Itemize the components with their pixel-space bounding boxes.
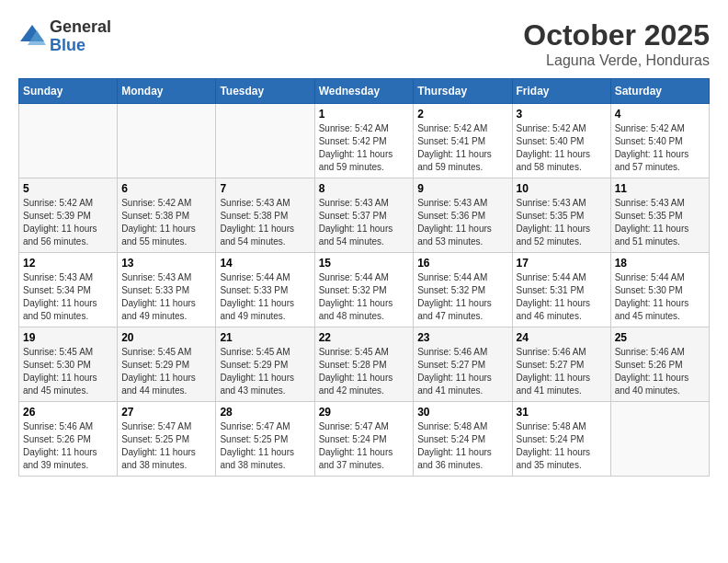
day-info: Sunrise: 5:48 AM Sunset: 5:24 PM Dayligh…	[517, 420, 607, 472]
calendar-cell: 20Sunrise: 5:45 AM Sunset: 5:29 PM Dayli…	[118, 327, 216, 402]
calendar-cell: 11Sunrise: 5:43 AM Sunset: 5:35 PM Dayli…	[610, 178, 709, 253]
calendar-cell	[118, 104, 216, 178]
calendar-week-row: 26Sunrise: 5:46 AM Sunset: 5:26 PM Dayli…	[19, 402, 710, 477]
day-number: 20	[121, 331, 211, 344]
calendar-cell: 27Sunrise: 5:47 AM Sunset: 5:25 PM Dayli…	[118, 402, 216, 477]
day-number: 2	[417, 108, 507, 121]
day-number: 21	[220, 331, 310, 344]
calendar-cell: 25Sunrise: 5:46 AM Sunset: 5:26 PM Dayli…	[610, 327, 709, 402]
calendar-cell: 8Sunrise: 5:43 AM Sunset: 5:37 PM Daylig…	[314, 178, 414, 253]
logo: General Blue	[18, 18, 111, 55]
calendar-cell: 17Sunrise: 5:44 AM Sunset: 5:31 PM Dayli…	[512, 253, 610, 327]
calendar-cell: 1Sunrise: 5:42 AM Sunset: 5:42 PM Daylig…	[314, 104, 414, 178]
day-number: 15	[319, 257, 410, 270]
weekday-header: Tuesday	[216, 79, 314, 104]
day-info: Sunrise: 5:46 AM Sunset: 5:26 PM Dayligh…	[23, 420, 113, 472]
logo-blue-text: Blue	[50, 37, 111, 55]
calendar-cell: 9Sunrise: 5:43 AM Sunset: 5:36 PM Daylig…	[414, 178, 512, 253]
day-info: Sunrise: 5:42 AM Sunset: 5:39 PM Dayligh…	[23, 197, 113, 248]
location-title: Laguna Verde, Honduras	[523, 52, 710, 69]
calendar-cell: 28Sunrise: 5:47 AM Sunset: 5:25 PM Dayli…	[216, 402, 314, 477]
day-number: 27	[121, 406, 211, 419]
logo-general-text: General	[50, 18, 111, 37]
day-info: Sunrise: 5:45 AM Sunset: 5:29 PM Dayligh…	[121, 346, 211, 397]
calendar-cell: 30Sunrise: 5:48 AM Sunset: 5:24 PM Dayli…	[414, 402, 512, 477]
day-info: Sunrise: 5:43 AM Sunset: 5:35 PM Dayligh…	[615, 197, 705, 248]
calendar-body: 1Sunrise: 5:42 AM Sunset: 5:42 PM Daylig…	[19, 104, 710, 477]
calendar-cell: 15Sunrise: 5:44 AM Sunset: 5:32 PM Dayli…	[314, 253, 414, 327]
weekday-header: Monday	[118, 79, 216, 104]
day-number: 3	[517, 108, 607, 121]
calendar-cell: 3Sunrise: 5:42 AM Sunset: 5:40 PM Daylig…	[512, 104, 610, 178]
day-number: 18	[615, 257, 705, 270]
day-info: Sunrise: 5:44 AM Sunset: 5:32 PM Dayligh…	[319, 271, 410, 323]
calendar-cell: 26Sunrise: 5:46 AM Sunset: 5:26 PM Dayli…	[19, 402, 118, 477]
calendar-cell: 13Sunrise: 5:43 AM Sunset: 5:33 PM Dayli…	[118, 253, 216, 327]
day-number: 26	[23, 406, 113, 419]
weekday-header: Saturday	[610, 79, 709, 104]
day-number: 25	[615, 331, 705, 344]
day-number: 17	[517, 257, 607, 270]
day-number: 31	[517, 406, 607, 419]
day-info: Sunrise: 5:47 AM Sunset: 5:25 PM Dayligh…	[220, 420, 310, 472]
calendar-cell: 10Sunrise: 5:43 AM Sunset: 5:35 PM Dayli…	[512, 178, 610, 253]
title-area: October 2025 Laguna Verde, Honduras	[523, 18, 710, 69]
day-info: Sunrise: 5:43 AM Sunset: 5:35 PM Dayligh…	[517, 197, 607, 248]
day-info: Sunrise: 5:45 AM Sunset: 5:28 PM Dayligh…	[319, 346, 410, 397]
calendar-cell: 31Sunrise: 5:48 AM Sunset: 5:24 PM Dayli…	[512, 402, 610, 477]
weekday-header-row: SundayMondayTuesdayWednesdayThursdayFrid…	[19, 79, 710, 104]
day-number: 10	[517, 182, 607, 195]
calendar-cell: 2Sunrise: 5:42 AM Sunset: 5:41 PM Daylig…	[414, 104, 512, 178]
calendar-cell	[216, 104, 314, 178]
calendar-week-row: 19Sunrise: 5:45 AM Sunset: 5:30 PM Dayli…	[19, 327, 710, 402]
day-number: 7	[220, 182, 310, 195]
calendar: SundayMondayTuesdayWednesdayThursdayFrid…	[18, 78, 710, 477]
calendar-cell: 7Sunrise: 5:43 AM Sunset: 5:38 PM Daylig…	[216, 178, 314, 253]
day-number: 9	[417, 182, 507, 195]
day-number: 28	[220, 406, 310, 419]
weekday-header: Thursday	[414, 79, 512, 104]
calendar-cell: 12Sunrise: 5:43 AM Sunset: 5:34 PM Dayli…	[19, 253, 118, 327]
calendar-cell: 29Sunrise: 5:47 AM Sunset: 5:24 PM Dayli…	[314, 402, 414, 477]
weekday-header: Wednesday	[314, 79, 414, 104]
day-info: Sunrise: 5:48 AM Sunset: 5:24 PM Dayligh…	[417, 420, 507, 472]
day-info: Sunrise: 5:45 AM Sunset: 5:29 PM Dayligh…	[220, 346, 310, 397]
calendar-cell: 4Sunrise: 5:42 AM Sunset: 5:40 PM Daylig…	[610, 104, 709, 178]
day-info: Sunrise: 5:45 AM Sunset: 5:30 PM Dayligh…	[23, 346, 113, 397]
day-info: Sunrise: 5:42 AM Sunset: 5:42 PM Dayligh…	[319, 122, 410, 174]
day-info: Sunrise: 5:46 AM Sunset: 5:27 PM Dayligh…	[417, 346, 507, 397]
day-info: Sunrise: 5:42 AM Sunset: 5:41 PM Dayligh…	[417, 122, 507, 174]
header: General Blue October 2025 Laguna Verde, …	[18, 18, 710, 69]
weekday-header: Friday	[512, 79, 610, 104]
calendar-cell: 23Sunrise: 5:46 AM Sunset: 5:27 PM Dayli…	[414, 327, 512, 402]
day-info: Sunrise: 5:44 AM Sunset: 5:32 PM Dayligh…	[417, 271, 507, 323]
day-info: Sunrise: 5:43 AM Sunset: 5:38 PM Dayligh…	[220, 197, 310, 248]
day-number: 12	[23, 257, 113, 270]
weekday-header: Sunday	[19, 79, 118, 104]
calendar-cell: 14Sunrise: 5:44 AM Sunset: 5:33 PM Dayli…	[216, 253, 314, 327]
day-number: 19	[23, 331, 113, 344]
day-info: Sunrise: 5:47 AM Sunset: 5:24 PM Dayligh…	[319, 420, 410, 472]
calendar-cell: 16Sunrise: 5:44 AM Sunset: 5:32 PM Dayli…	[414, 253, 512, 327]
day-info: Sunrise: 5:43 AM Sunset: 5:36 PM Dayligh…	[417, 197, 507, 248]
logo-text: General Blue	[50, 18, 111, 55]
day-number: 16	[417, 257, 507, 270]
day-number: 29	[319, 406, 410, 419]
logo-icon	[18, 23, 46, 51]
day-info: Sunrise: 5:43 AM Sunset: 5:34 PM Dayligh…	[23, 271, 113, 323]
calendar-cell: 21Sunrise: 5:45 AM Sunset: 5:29 PM Dayli…	[216, 327, 314, 402]
calendar-cell: 18Sunrise: 5:44 AM Sunset: 5:30 PM Dayli…	[610, 253, 709, 327]
day-number: 4	[615, 108, 705, 121]
day-info: Sunrise: 5:43 AM Sunset: 5:37 PM Dayligh…	[319, 197, 410, 248]
day-number: 13	[121, 257, 211, 270]
month-title: October 2025	[523, 18, 710, 52]
day-number: 24	[517, 331, 607, 344]
day-number: 23	[417, 331, 507, 344]
day-number: 5	[23, 182, 113, 195]
day-info: Sunrise: 5:42 AM Sunset: 5:40 PM Dayligh…	[517, 122, 607, 174]
calendar-cell: 22Sunrise: 5:45 AM Sunset: 5:28 PM Dayli…	[314, 327, 414, 402]
day-info: Sunrise: 5:42 AM Sunset: 5:38 PM Dayligh…	[121, 197, 211, 248]
calendar-cell: 19Sunrise: 5:45 AM Sunset: 5:30 PM Dayli…	[19, 327, 118, 402]
day-number: 1	[319, 108, 410, 121]
calendar-cell	[610, 402, 709, 477]
